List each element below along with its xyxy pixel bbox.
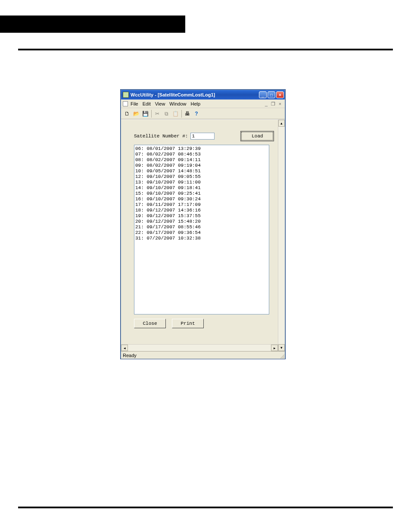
- page-top-separator: [18, 49, 393, 50]
- statusbar: Ready: [121, 351, 285, 359]
- vertical-scrollbar[interactable]: ▴ ▾: [278, 120, 285, 351]
- horizontal-scrollbar[interactable]: ◂ ▸: [121, 344, 278, 351]
- mdi-close-button[interactable]: ×: [277, 101, 283, 107]
- print-icon[interactable]: 🖶: [183, 109, 192, 118]
- menu-view[interactable]: View: [155, 101, 165, 106]
- scroll-right-icon[interactable]: ▸: [271, 345, 278, 351]
- maximize-button[interactable]: □: [268, 91, 275, 98]
- close-window-button[interactable]: ×: [276, 91, 284, 98]
- print-button[interactable]: Print: [172, 319, 204, 328]
- mdi-minimize-button[interactable]: _: [263, 101, 269, 107]
- help-icon[interactable]: ?: [192, 109, 201, 118]
- satellite-number-input[interactable]: [190, 133, 215, 140]
- menu-edit[interactable]: Edit: [143, 101, 151, 106]
- scroll-up-icon[interactable]: ▴: [278, 120, 285, 127]
- scroll-left-icon[interactable]: ◂: [121, 345, 128, 351]
- load-button[interactable]: Load: [241, 132, 273, 140]
- toolbar: 🗋 📂 💾 ✂ ⧉ 📋 🖶 ?: [121, 108, 285, 119]
- menu-window[interactable]: Window: [169, 101, 186, 106]
- titlebar[interactable]: WccUtility - [SatelliteCommLostLog1] _ □…: [121, 90, 285, 100]
- window-title: WccUtility - [SatelliteCommLostLog1]: [131, 92, 258, 97]
- log-listbox[interactable]: 06: 08/01/2007 13:29:39 07: 08/02/2007 0…: [134, 145, 269, 314]
- page-bottom-separator: [18, 507, 393, 508]
- form-area: Satellite Number #: Load 06: 08/01/2007 …: [121, 120, 285, 333]
- cut-icon: ✂: [153, 109, 162, 118]
- mdi-doc-icon[interactable]: [123, 101, 128, 106]
- new-icon[interactable]: 🗋: [123, 109, 131, 118]
- menubar: File Edit View Window Help _ ❐ ×: [121, 100, 285, 108]
- paste-icon: 📋: [171, 109, 180, 118]
- satellite-number-label: Satellite Number #:: [134, 134, 188, 139]
- page-header-band: [0, 16, 185, 33]
- scroll-down-icon[interactable]: ▾: [278, 344, 285, 351]
- size-grip-icon[interactable]: [279, 353, 284, 358]
- app-icon: [123, 92, 129, 98]
- menu-file[interactable]: File: [131, 101, 138, 106]
- app-window: WccUtility - [SatelliteCommLostLog1] _ □…: [121, 90, 285, 359]
- close-button[interactable]: Close: [134, 319, 166, 328]
- client-area: Satellite Number #: Load 06: 08/01/2007 …: [121, 119, 285, 351]
- save-icon[interactable]: 💾: [141, 109, 149, 118]
- menu-help[interactable]: Help: [190, 101, 200, 106]
- mdi-restore-button[interactable]: ❐: [270, 101, 276, 107]
- toolbar-separator: [181, 110, 182, 118]
- open-icon[interactable]: 📂: [132, 109, 140, 118]
- copy-icon: ⧉: [162, 109, 171, 118]
- minimize-button[interactable]: _: [259, 91, 267, 98]
- status-text: Ready: [123, 353, 137, 358]
- toolbar-separator: [151, 110, 152, 118]
